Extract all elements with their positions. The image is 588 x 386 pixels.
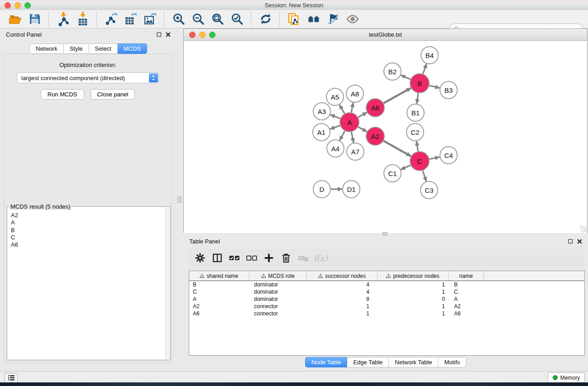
edge-A-A3[interactable] [330, 114, 340, 119]
tab-select[interactable]: Select [89, 43, 118, 54]
checked-boxes-icon[interactable] [226, 250, 243, 266]
tab-network[interactable]: Network [29, 43, 64, 54]
zoom-check-icon[interactable] [227, 11, 247, 27]
plus-icon[interactable] [260, 250, 277, 266]
graph-node-C3[interactable]: C3 [421, 181, 438, 199]
import-table-icon[interactable] [73, 11, 92, 27]
edge-A-A2[interactable] [358, 127, 367, 132]
minimize-traffic-light[interactable] [199, 32, 206, 38]
trash-icon[interactable] [277, 250, 295, 266]
result-list-item[interactable]: A6 [11, 241, 170, 248]
graph-node-D[interactable]: D [313, 181, 330, 198]
zoom-fit-icon[interactable] [208, 11, 227, 27]
edge-B-B3[interactable] [429, 86, 440, 88]
edge-A-A7[interactable] [351, 132, 354, 143]
column-header-name[interactable]: name [449, 271, 484, 281]
zoom-in-icon[interactable] [169, 11, 188, 27]
tab-network-table[interactable]: Network Table [389, 357, 438, 367]
export-image-icon[interactable] [140, 11, 160, 27]
table-row[interactable]: Bdominator41B [189, 281, 584, 288]
zoom-out-icon[interactable] [188, 11, 208, 27]
graph-node-D1[interactable]: D1 [343, 181, 360, 198]
edge-A6-B[interactable] [383, 88, 411, 103]
gear-icon[interactable] [191, 250, 209, 266]
result-list-item[interactable]: A [11, 219, 170, 226]
tab-style[interactable]: Style [64, 43, 89, 54]
columns-icon[interactable] [209, 250, 226, 266]
export-network-icon[interactable] [101, 11, 121, 27]
edge-C-C4[interactable] [430, 157, 440, 159]
flag-slash-icon[interactable] [323, 11, 343, 27]
column-header-MCDS-role[interactable]: MCDS role [249, 271, 307, 281]
unchecked-boxes-icon[interactable] [243, 250, 260, 266]
table-row[interactable]: Adominator80A [189, 295, 584, 303]
table-row[interactable]: Cdominator41C [189, 288, 584, 295]
edge-A2-C[interactable] [383, 141, 411, 156]
result-list-item[interactable]: C [11, 234, 170, 241]
export-table-icon[interactable] [121, 11, 140, 27]
column-header-predecessor-nodes[interactable]: predecessor nodes [378, 271, 449, 281]
result-scrollbar[interactable] [165, 207, 170, 359]
vertical-split-handle[interactable] [177, 196, 182, 203]
result-list-item[interactable]: A2 [11, 212, 170, 219]
open-folder-icon[interactable] [5, 11, 25, 27]
run-mcds-button[interactable]: Run MCDS [41, 89, 84, 100]
save-disk-icon[interactable] [25, 11, 44, 27]
column-header-successor-nodes[interactable]: successor nodes [307, 271, 378, 281]
edge-A-A1[interactable] [330, 125, 340, 129]
graph-node-B[interactable]: B [410, 74, 429, 93]
refresh-icon[interactable] [256, 11, 275, 27]
result-list-item[interactable]: B [11, 227, 170, 234]
criterion-select[interactable]: largest connected component (directed) [17, 72, 159, 83]
tab-mcds[interactable]: MCDS [118, 43, 147, 54]
memory-button[interactable]: Memory [548, 372, 585, 383]
close-traffic-light[interactable] [5, 2, 11, 9]
edge-A-A8[interactable] [351, 103, 353, 113]
tab-node-table[interactable]: Node Table [305, 357, 348, 367]
edge-B-B4[interactable] [423, 64, 426, 74]
graph-node-A7[interactable]: A7 [347, 143, 364, 160]
tab-edge-table[interactable]: Edge Table [347, 357, 389, 367]
close-panel-icon[interactable] [166, 32, 171, 37]
graph-node-A[interactable]: A [340, 113, 359, 132]
graph-node-C2[interactable]: C2 [406, 124, 424, 141]
close-panel-icon[interactable] [577, 239, 582, 244]
graph-node-A8[interactable]: A8 [346, 85, 363, 102]
close-traffic-light[interactable] [189, 32, 196, 38]
edge-B-B2[interactable] [401, 75, 410, 79]
zoom-traffic-light[interactable] [209, 32, 215, 38]
eye-icon[interactable] [343, 11, 362, 27]
graph-node-A5[interactable]: A5 [326, 88, 344, 105]
graph-node-C1[interactable]: C1 [384, 165, 401, 182]
edge-A-A6[interactable] [358, 112, 367, 117]
float-panel-icon[interactable] [568, 239, 573, 244]
edge-B-B1[interactable] [417, 93, 418, 104]
close-panel-button[interactable]: Close panel [91, 89, 135, 100]
graph-node-A1[interactable]: A1 [313, 124, 330, 141]
network-canvas[interactable]: A B C A2 A6 A1 A3 A4 A5 A7 A8 B1 B2 B3 B… [184, 41, 587, 233]
horizontal-split-handle[interactable] [382, 232, 387, 236]
double-home-icon[interactable] [304, 11, 323, 27]
edge-A-A4[interactable] [339, 131, 344, 140]
float-panel-icon[interactable] [157, 32, 162, 37]
zoom-traffic-light[interactable] [24, 2, 31, 9]
graph-node-B1[interactable]: B1 [407, 104, 424, 121]
minimize-traffic-light[interactable] [14, 2, 21, 9]
edge-C-C3[interactable] [423, 171, 426, 181]
graph-node-C4[interactable]: C4 [440, 147, 457, 164]
copy-network-icon[interactable] [284, 11, 304, 27]
edge-C-C2[interactable] [416, 141, 418, 152]
tab-motifs[interactable]: Motifs [438, 357, 466, 367]
task-history-button[interactable] [5, 373, 18, 383]
graph-node-B2[interactable]: B2 [384, 63, 401, 80]
column-header-shared-name[interactable]: shared name [189, 271, 249, 281]
resize-grip[interactable] [580, 226, 587, 232]
table-row[interactable]: A6connector11A6 [189, 310, 584, 317]
graph-node-A6[interactable]: A6 [366, 99, 384, 117]
edge-C-C1[interactable] [401, 165, 411, 170]
graph-node-B3[interactable]: B3 [440, 81, 457, 99]
table-row[interactable]: A2connector11A2 [189, 303, 584, 310]
import-network-icon[interactable] [53, 11, 73, 27]
graph-node-B4[interactable]: B4 [421, 47, 438, 64]
graph-node-A3[interactable]: A3 [313, 103, 330, 120]
